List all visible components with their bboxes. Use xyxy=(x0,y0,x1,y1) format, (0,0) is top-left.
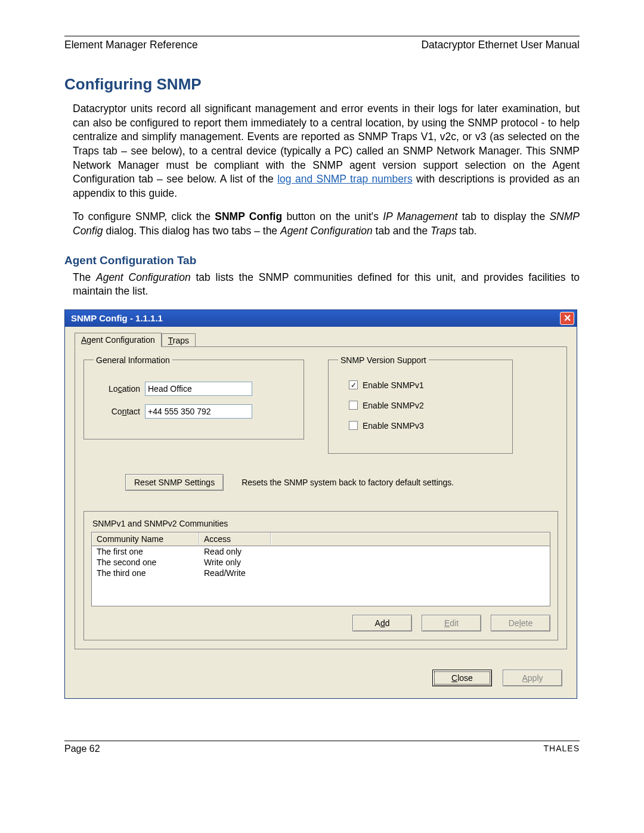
snmpv1-checkbox[interactable]: ✓ xyxy=(349,380,358,389)
close-button[interactable]: Close xyxy=(432,670,492,686)
add-button[interactable]: Add xyxy=(352,615,412,631)
contact-field[interactable] xyxy=(145,404,252,419)
edit-button[interactable]: Edit xyxy=(422,615,481,631)
intro-paragraph-2: To configure SNMP, click the SNMP Config… xyxy=(73,210,580,238)
general-info-group: General Information Location Contact xyxy=(83,355,304,439)
page-title: Configuring SNMP xyxy=(64,75,580,94)
col-access[interactable]: Access xyxy=(199,532,271,546)
communities-table[interactable]: Community Name Access The first one Read… xyxy=(91,532,550,606)
contact-label: Contact xyxy=(94,407,145,416)
version-support-group: SNMP Version Support ✓ Enable SNMPv1 Ena… xyxy=(328,355,513,454)
intro-paragraph-1: Datacryptor units record all significant… xyxy=(73,102,580,200)
snmpv3-checkbox[interactable] xyxy=(349,421,358,430)
log-trap-link[interactable]: log and SNMP trap numbers xyxy=(277,173,412,185)
reset-snmp-button[interactable]: Reset SNMP Settings xyxy=(125,474,224,491)
close-icon[interactable]: ✕ xyxy=(560,312,574,325)
dialog-title: SNMP Config - 1.1.1.1 xyxy=(71,313,163,323)
snmpv1-label: Enable SNMPv1 xyxy=(363,380,424,390)
tab-traps[interactable]: Traps xyxy=(162,333,196,347)
col-spacer xyxy=(271,532,550,546)
snmpv3-label: Enable SNMPv3 xyxy=(363,421,424,431)
table-row[interactable]: The first one Read only xyxy=(92,546,550,557)
agent-config-heading: Agent Configuration Tab xyxy=(64,254,580,267)
general-info-legend: General Information xyxy=(94,355,172,365)
table-row[interactable]: The second one Write only xyxy=(92,557,550,568)
tab-agent-configuration[interactable]: Agent Configuration xyxy=(75,333,162,347)
apply-button[interactable]: Apply xyxy=(503,670,562,686)
agent-config-paragraph: The Agent Configuration tab lists the SN… xyxy=(73,271,580,299)
brand-footer: THALES xyxy=(544,744,580,754)
snmp-config-dialog: SNMP Config - 1.1.1.1 ✕ Agent Configurat… xyxy=(64,309,577,699)
delete-button[interactable]: Delete xyxy=(491,615,550,631)
col-community-name[interactable]: Community Name xyxy=(92,532,199,546)
page-number: Page 62 xyxy=(64,744,100,754)
header-right: Datacryptor Ethernet User Manual xyxy=(421,39,580,51)
communities-legend: SNMPv1 and SNMPv2 Communities xyxy=(90,519,230,528)
header-left: Element Manager Reference xyxy=(64,39,198,51)
location-field[interactable] xyxy=(145,382,252,396)
version-support-legend: SNMP Version Support xyxy=(338,355,429,365)
dialog-titlebar[interactable]: SNMP Config - 1.1.1.1 ✕ xyxy=(65,310,577,327)
snmpv2-label: Enable SNMPv2 xyxy=(363,401,424,410)
table-row[interactable]: The third one Read/Write xyxy=(92,568,550,578)
reset-description: Resets the SNMP system back to factory d… xyxy=(242,478,454,487)
communities-group: SNMPv1 and SNMPv2 Communities Community … xyxy=(83,511,558,640)
location-label: Location xyxy=(94,384,145,394)
snmpv2-checkbox[interactable] xyxy=(349,401,358,410)
